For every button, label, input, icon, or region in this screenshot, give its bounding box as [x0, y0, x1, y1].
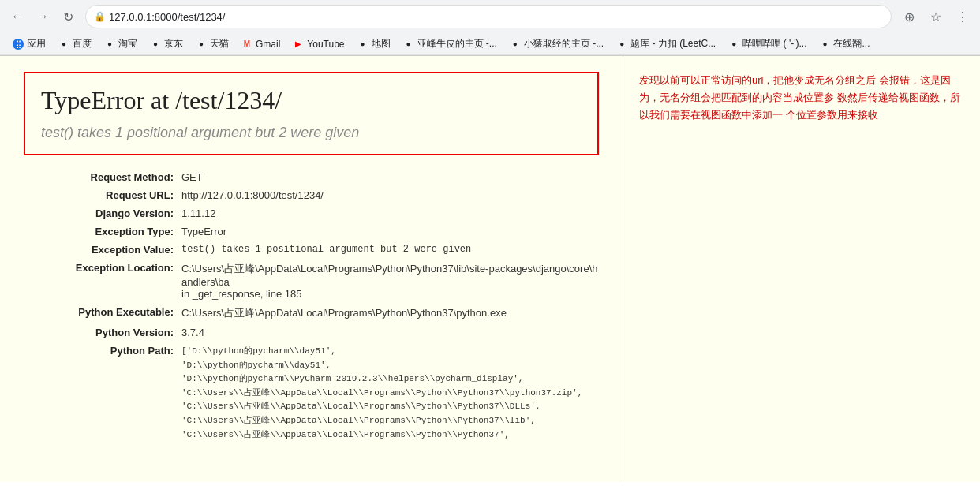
detail-value: test() takes 1 positional argument but 2…: [181, 244, 471, 255]
bookmark-apps[interactable]: ⣿ 应用: [8, 36, 50, 52]
lock-icon: 🔒: [94, 11, 106, 22]
detail-exception-location: Exception Location: C:\Users\占亚峰\AppData…: [24, 262, 599, 300]
detail-label: Request URL:: [24, 189, 181, 201]
error-panel: TypeError at /test/1234/ test() takes 1 …: [0, 56, 623, 482]
bookmark-favicon: ●: [196, 39, 207, 50]
forward-button[interactable]: →: [32, 6, 54, 28]
python-path-line: 'D:\\python的pycharm\\day51',: [181, 359, 582, 373]
python-path-line: 'C:\\Users\\占亚峰\\AppData\\Local\\Program…: [181, 428, 582, 443]
bookmark-favicon: ●: [150, 39, 161, 50]
bookmark-label: 地图: [372, 37, 391, 50]
bookmarks-bar: ⣿ 应用 ● 百度 ● 淘宝 ● 京东 ● 天猫 M Gmail ▶ YouTu…: [0, 33, 980, 55]
detail-value: 1.11.12: [181, 207, 215, 219]
menu-button[interactable]: ⋮: [952, 6, 974, 28]
error-details: Request Method: GET Request URL: http://…: [24, 171, 599, 442]
bookmark-favicon: ●: [357, 39, 368, 50]
bookmark-label: 小猿取经的主页 -...: [524, 37, 604, 50]
detail-value: 3.7.4: [181, 327, 204, 338]
error-subtitle: test() takes 1 positional argument but 2…: [41, 125, 582, 141]
bookmark-bilibili[interactable]: ● 哔哩哔哩 ( '-')...: [724, 36, 811, 52]
bookmark-label: 亚峰牛皮的主页 -...: [417, 37, 497, 50]
exception-location-path: C:\Users\占亚峰\AppData\Local\Programs\Pyth…: [181, 263, 597, 288]
address-bar-container[interactable]: 🔒: [85, 5, 892, 28]
bookmark-label: 题库 - 力扣 (LeetC...: [630, 37, 716, 50]
toolbar: ← → ↻ 🔒 ⊕ ☆ ⋮: [0, 0, 980, 33]
detail-label: Request Method:: [24, 171, 181, 183]
browser-chrome: ← → ↻ 🔒 ⊕ ☆ ⋮ ⣿ 应用 ● 百度 ● 淘宝 ● 京东: [0, 0, 980, 56]
zoom-button[interactable]: ⊕: [898, 6, 920, 28]
bookmark-label: 应用: [27, 37, 46, 50]
annotation-text: 发现以前可以正常访问的url，把他变成无名分组之后 会报错，这是因为，无名分组会…: [639, 72, 964, 124]
bookmark-favicon: ●: [403, 39, 414, 50]
bookmark-favicon: ⣿: [13, 39, 24, 50]
detail-value: TypeError: [181, 226, 226, 237]
bookmark-taobao[interactable]: ● 淘宝: [99, 36, 142, 52]
python-path-line: 'C:\\Users\\占亚峰\\AppData\\Local\\Program…: [181, 400, 582, 414]
detail-label: Django Version:: [24, 207, 181, 219]
bookmark-jd[interactable]: ● 京东: [145, 36, 188, 52]
bookmark-label: 天猫: [210, 37, 229, 50]
address-input[interactable]: [109, 11, 883, 23]
bookmark-label: YouTube: [307, 39, 344, 50]
detail-value: GET: [181, 171, 203, 183]
detail-request-url: Request URL: http://127.0.0.1:8000/test/…: [24, 189, 599, 201]
detail-django-version: Django Version: 1.11.12: [24, 207, 599, 219]
bookmark-translate[interactable]: ● 在线翻...: [814, 36, 874, 52]
python-path-line: 'C:\\Users\\占亚峰\\AppData\\Local\\Program…: [181, 414, 582, 428]
detail-label: Exception Type:: [24, 226, 181, 237]
bookmark-label: 京东: [164, 37, 183, 50]
annotation-panel: 发现以前可以正常访问的url，把他变成无名分组之后 会报错，这是因为，无名分组会…: [623, 56, 980, 482]
detail-request-method: Request Method: GET: [24, 171, 599, 183]
bookmark-baidu[interactable]: ● 百度: [54, 36, 96, 52]
bookmark-favicon: ●: [510, 39, 521, 50]
bookmark-label: 淘宝: [118, 37, 137, 50]
detail-exception-value: Exception Value: test() takes 1 position…: [24, 244, 599, 256]
bookmark-leetcode[interactable]: ● 题库 - 力扣 (LeetC...: [612, 36, 720, 52]
detail-label: Python Version:: [24, 327, 181, 338]
bookmark-label: 百度: [73, 37, 92, 50]
python-path-line: 'D:\\python的pycharm\\PyCharm 2019.2.3\\h…: [181, 372, 582, 387]
bookmark-gmail[interactable]: M Gmail: [237, 37, 285, 51]
nav-buttons: ← → ↻: [6, 6, 79, 28]
toolbar-right: ⊕ ☆ ⋮: [898, 6, 974, 28]
bookmark-favicon: M: [241, 39, 252, 50]
bookmark-maps[interactable]: ● 地图: [353, 36, 395, 52]
main-content: TypeError at /test/1234/ test() takes 1 …: [0, 56, 980, 482]
bookmark-star-button[interactable]: ☆: [925, 6, 947, 28]
bookmark-youtube[interactable]: ▶ YouTube: [288, 37, 349, 51]
exception-location-line: in _get_response, line 185: [181, 288, 302, 300]
error-title: TypeError at /test/1234/: [41, 86, 582, 115]
bookmark-favicon: ●: [58, 39, 69, 50]
bookmark-favicon: ●: [819, 39, 830, 50]
detail-label: Python Path:: [24, 345, 181, 357]
python-path-list: ['D:\\python的pycharm\\day51', 'D:\\pytho…: [181, 345, 582, 442]
detail-value: C:\Users\占亚峰\AppData\Local\Programs\Pyth…: [181, 262, 599, 300]
detail-label: Exception Location:: [24, 262, 181, 274]
detail-label: Python Executable:: [24, 306, 181, 318]
bookmark-favicon: ●: [616, 39, 627, 50]
bookmark-yafeng[interactable]: ● 亚峰牛皮的主页 -...: [398, 36, 502, 52]
bookmark-favicon: ●: [728, 39, 739, 50]
detail-exception-type: Exception Type: TypeError: [24, 226, 599, 237]
bookmark-xiaoyuan[interactable]: ● 小猿取经的主页 -...: [505, 36, 608, 52]
error-box: TypeError at /test/1234/ test() takes 1 …: [24, 72, 599, 155]
python-path-line: 'C:\\Users\\占亚峰\\AppData\\Local\\Program…: [181, 387, 582, 401]
back-button[interactable]: ←: [6, 6, 28, 28]
bookmark-favicon: ▶: [293, 39, 304, 50]
bookmark-favicon: ●: [104, 39, 115, 50]
detail-value: http://127.0.0.1:8000/test/1234/: [181, 189, 324, 201]
detail-label: Exception Value:: [24, 244, 181, 256]
detail-python-path: Python Path: ['D:\\python的pycharm\\day51…: [24, 345, 599, 442]
detail-python-version: Python Version: 3.7.4: [24, 327, 599, 338]
bookmark-tianmao[interactable]: ● 天猫: [191, 36, 234, 52]
bookmark-label: 哔哩哔哩 ( '-')...: [742, 37, 806, 50]
python-path-line: ['D:\\python的pycharm\\day51',: [181, 345, 582, 359]
bookmark-label: 在线翻...: [833, 37, 870, 50]
detail-python-executable: Python Executable: C:\Users\占亚峰\AppData\…: [24, 306, 599, 320]
reload-button[interactable]: ↻: [57, 6, 79, 28]
bookmark-label: Gmail: [256, 39, 280, 50]
detail-value: C:\Users\占亚峰\AppData\Local\Programs\Pyth…: [181, 306, 507, 320]
